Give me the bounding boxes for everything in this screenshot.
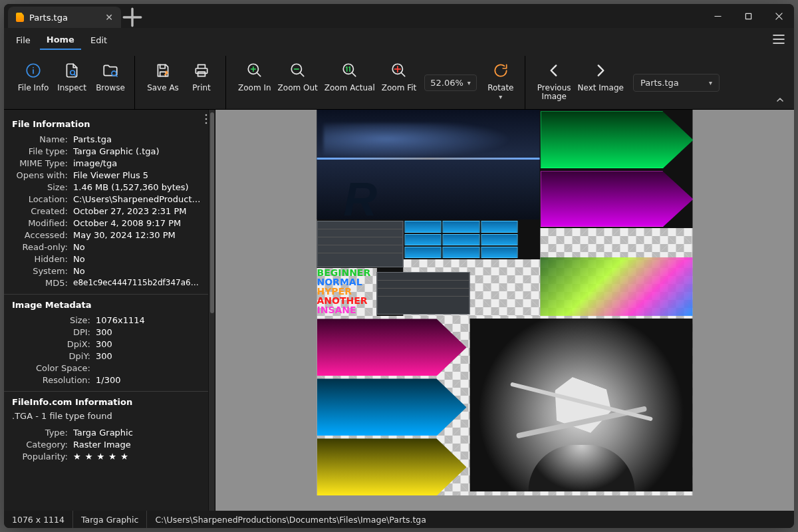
zoom-fit-icon	[390, 61, 408, 80]
fileinfo-header: FileInfo.com Information	[12, 397, 201, 407]
k-ro: Read-only:	[11, 242, 68, 252]
k-acc: Accessed:	[11, 230, 68, 240]
next-image-button[interactable]: Next Image	[575, 59, 626, 106]
k-created: Created:	[11, 206, 68, 216]
zoom-actual-icon	[340, 61, 359, 80]
print-button[interactable]: Print	[183, 59, 220, 106]
k-size: Size:	[11, 182, 68, 192]
ribbon: File Info Inspect Browse Save As Print	[4, 52, 794, 110]
file-select-value: Parts.tga	[640, 78, 679, 88]
zoom-in-button[interactable]: Zoom In	[235, 59, 274, 106]
zoom-actual-button[interactable]: Zoom Actual	[322, 59, 378, 106]
image-metadata-header: Image Metadata	[12, 300, 201, 310]
svg-rect-5	[198, 72, 205, 76]
v-type: Targa Graphic (.tga)	[73, 146, 160, 156]
svg-point-10	[205, 114, 207, 116]
zoom-actual-label: Zoom Actual	[325, 84, 375, 92]
v-dpi: 300	[96, 327, 112, 337]
file-info-button[interactable]: File Info	[15, 59, 52, 106]
collapse-ribbon-icon[interactable]	[775, 95, 785, 106]
file-select-combo[interactable]: Parts.tga ▾	[633, 74, 720, 92]
zoom-out-label: Zoom Out	[278, 84, 318, 92]
rotate-button[interactable]: Rotate▾	[482, 59, 519, 106]
menu-home[interactable]: Home	[40, 31, 81, 50]
zoom-combo[interactable]: 52.06% ▾	[424, 74, 477, 91]
k-mime: MIME Type:	[11, 158, 68, 168]
v-msize: 1076x1114	[96, 315, 145, 325]
v-pop: ★ ★ ★ ★ ★	[73, 452, 129, 462]
window-maximize-button[interactable]	[733, 4, 763, 28]
v-mime: image/tga	[73, 158, 117, 168]
hamburger-icon[interactable]	[769, 31, 789, 50]
v-hid: No	[73, 254, 85, 264]
v-loc: C:\Users\SharpenedProductions\Docu...	[73, 194, 201, 204]
chevron-right-icon	[591, 61, 610, 80]
k-dpix: DpiX:	[11, 339, 90, 349]
k-mod: Modified:	[11, 218, 68, 228]
k-dpi: DPI:	[11, 327, 90, 337]
window-close-button[interactable]	[763, 4, 794, 28]
rotate-icon	[491, 61, 510, 80]
k-sys: System:	[11, 266, 68, 276]
image-viewer[interactable]: R	[215, 110, 794, 511]
diff-beginner: BEGINNER	[317, 268, 371, 277]
file-info-label: File Info	[18, 84, 49, 92]
browse-button[interactable]: Browse	[92, 59, 129, 106]
k-opens: Opens with:	[11, 170, 68, 180]
k-loc: Location:	[11, 194, 68, 204]
v-md5: e8e1c9ec4447115b2df347a67ee8b2e1	[73, 278, 201, 288]
menu-file[interactable]: File	[9, 31, 37, 49]
svg-point-12	[205, 122, 207, 124]
k-dpiy: DpiY:	[11, 351, 90, 361]
document-tab[interactable]: Parts.tga ✕	[8, 7, 121, 28]
more-options-icon[interactable]	[201, 114, 211, 126]
inspect-label: Inspect	[57, 84, 86, 92]
status-path: C:\Users\SharpenedProductions\Documents\…	[147, 511, 794, 528]
sidebar-scrollbar[interactable]	[208, 110, 215, 511]
k-res: Resolution:	[11, 375, 90, 385]
info-icon	[24, 61, 43, 80]
browse-icon	[101, 61, 120, 80]
print-label: Print	[192, 84, 211, 92]
v-ro: No	[73, 242, 85, 252]
inspect-button[interactable]: Inspect	[53, 59, 90, 106]
v-size: 1.46 MB (1,527,360 bytes)	[73, 182, 189, 192]
k-msize: Size:	[11, 315, 90, 325]
save-as-label: Save As	[147, 84, 179, 92]
zoom-out-button[interactable]: Zoom Out	[275, 59, 321, 106]
diff-insane: INSANE	[317, 305, 371, 315]
tab-title: Parts.tga	[29, 13, 68, 23]
window-minimize-button[interactable]	[702, 4, 733, 28]
v-name: Parts.tga	[73, 134, 112, 144]
image-canvas: R	[317, 110, 693, 495]
save-as-button[interactable]: Save As	[144, 59, 182, 106]
file-icon	[16, 13, 24, 22]
v-dpix: 300	[96, 339, 112, 349]
menu-edit[interactable]: Edit	[84, 31, 114, 49]
print-icon	[192, 61, 211, 80]
k-ftype: Type:	[11, 428, 68, 438]
svg-rect-0	[745, 13, 751, 19]
status-bar: 1076 x 1114 Targa Graphic C:\Users\Sharp…	[4, 511, 794, 528]
zoom-in-icon	[245, 61, 264, 80]
v-created: October 27, 2023 2:31 PM	[73, 206, 187, 216]
sidebar-scroll[interactable]: File Information Name:Parts.tga File typ…	[4, 110, 208, 511]
browse-label: Browse	[96, 84, 125, 92]
status-format: Targa Graphic	[73, 511, 147, 528]
new-tab-button[interactable]	[121, 7, 144, 28]
app-window: Parts.tga ✕ File Home Edit File Info	[4, 4, 794, 528]
v-acc: May 30, 2024 12:30 PM	[73, 230, 176, 240]
k-pop: Popularity:	[11, 452, 68, 462]
zoom-fit-button[interactable]: Zoom Fit	[379, 59, 419, 106]
zoom-in-label: Zoom In	[238, 84, 271, 92]
file-information-header: File Information	[12, 119, 201, 129]
tab-close-icon[interactable]: ✕	[105, 13, 113, 22]
previous-image-button[interactable]: Previous Image	[535, 59, 574, 106]
v-dpiy: 300	[96, 351, 112, 361]
menubar: File Home Edit	[4, 28, 794, 52]
v-ftype: Targa Graphic	[73, 428, 133, 438]
k-type: File type:	[11, 146, 68, 156]
fileinfo-subheader: .TGA - 1 file type found	[12, 411, 201, 421]
zoom-out-icon	[289, 61, 307, 80]
chevron-left-icon	[545, 61, 563, 80]
